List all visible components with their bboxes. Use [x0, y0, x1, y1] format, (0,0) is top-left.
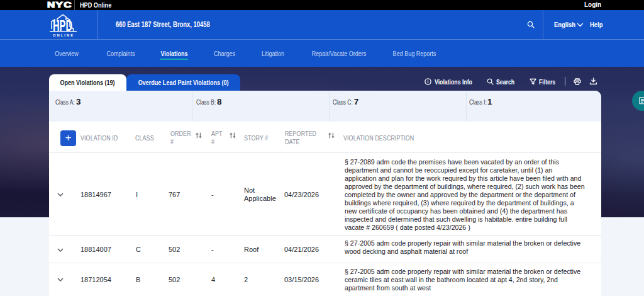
svg-text:HPD: HPD [53, 17, 72, 34]
